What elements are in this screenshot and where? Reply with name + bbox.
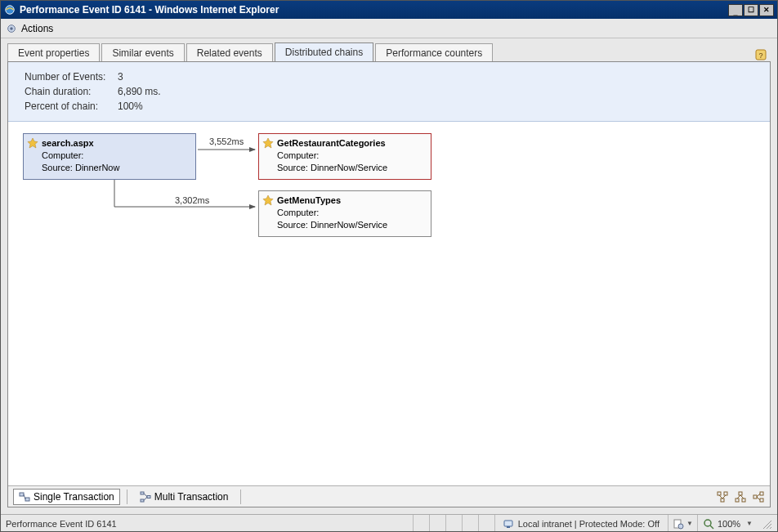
node-computer-row: Computer: [42, 150, 190, 162]
svg-rect-24 [736, 498, 739, 502]
svg-line-38 [710, 525, 713, 529]
svg-line-12 [24, 494, 25, 499]
node-source-row: Source: DinnerNow/Service [277, 162, 426, 174]
summary-chain-duration-value: 6,890 ms. [113, 85, 166, 98]
help-icon[interactable]: ? [754, 48, 767, 61]
zoom-control[interactable]: 100% ▼ [697, 515, 758, 532]
status-cell [429, 515, 445, 532]
tab-bar: Event properties Similar events Related … [1, 38, 777, 61]
close-button[interactable]: ✕ [759, 4, 774, 16]
status-cell [462, 515, 478, 532]
svg-rect-25 [742, 498, 745, 502]
chain-canvas[interactable]: 3,552ms 3,302ms search.aspx Computer: So… [8, 122, 770, 481]
status-text: Performance Event ID 6141 [6, 519, 413, 529]
edge-duration-0: 3,552ms [209, 136, 244, 146]
multi-transaction-icon [140, 491, 151, 503]
summary-percent-value: 100% [113, 100, 166, 113]
chain-summary: Number of Events: 3 Chain duration: 6,89… [8, 62, 770, 122]
svg-line-21 [719, 495, 722, 498]
svg-rect-20 [721, 498, 724, 502]
security-zone[interactable]: Local intranet | Protected Mode: Off [494, 515, 668, 532]
svg-rect-23 [739, 492, 742, 495]
node-computer-row: Computer: [277, 207, 426, 219]
svg-line-41 [770, 527, 771, 529]
svg-rect-10 [20, 493, 24, 496]
tab-event-properties[interactable]: Event properties [7, 43, 100, 62]
svg-marker-9 [263, 195, 273, 205]
chevron-down-icon: ▼ [746, 520, 753, 527]
chain-node-categories[interactable]: GetRestaurantCategories Computer: Source… [258, 133, 431, 180]
chevron-down-icon: ▼ [686, 520, 693, 527]
ie-icon [4, 4, 16, 16]
svg-point-36 [678, 524, 683, 529]
maximize-button[interactable]: ☐ [744, 4, 758, 16]
svg-line-16 [144, 493, 147, 497]
status-bar: Performance Event ID 6141 Local intranet… [1, 514, 777, 532]
svg-rect-11 [25, 498, 29, 501]
gear-icon [6, 23, 17, 34]
svg-rect-13 [141, 492, 144, 494]
tab-panel-distributed-chains: Number of Events: 3 Chain duration: 6,89… [7, 61, 771, 507]
minimize-button[interactable]: _ [728, 4, 743, 16]
summary-percent-label: Percent of chain: [20, 100, 111, 113]
node-source-row: Source: DinnerNow [42, 162, 190, 174]
single-transaction-button[interactable]: Single Transaction [13, 489, 120, 505]
chain-node-root[interactable]: search.aspx Computer: Source: DinnerNow [23, 133, 196, 180]
single-transaction-icon [19, 491, 30, 503]
svg-line-26 [737, 495, 740, 498]
page-settings-icon [673, 518, 684, 530]
svg-text:?: ? [758, 51, 762, 60]
tab-related-events[interactable]: Related events [186, 43, 273, 62]
tree-layout-icon[interactable] [752, 490, 765, 503]
node-title: GetRestaurantCategories [277, 137, 426, 150]
svg-line-31 [757, 494, 760, 497]
status-cell [413, 515, 429, 532]
view-toolbar: Single Transaction Multi Transaction [8, 485, 770, 507]
window-title: Performance Event ID 6141 - Windows Inte… [20, 4, 727, 16]
svg-marker-8 [263, 138, 273, 148]
multi-transaction-button[interactable]: Multi Transaction [134, 489, 235, 505]
tab-distributed-chains[interactable]: Distributed chains [275, 42, 373, 61]
svg-rect-15 [147, 495, 150, 498]
svg-rect-30 [760, 498, 763, 502]
svg-point-37 [704, 520, 711, 526]
node-source-row: Source: DinnerNow/Service [277, 219, 426, 231]
svg-rect-34 [507, 526, 510, 528]
separator [127, 490, 127, 504]
summary-num-events-value: 3 [113, 70, 166, 83]
status-cell [478, 515, 494, 532]
svg-rect-28 [753, 495, 757, 498]
svg-line-32 [757, 497, 760, 500]
resize-grip-icon[interactable] [761, 518, 772, 530]
zoom-icon [703, 518, 714, 530]
summary-chain-duration-label: Chain duration: [20, 85, 111, 98]
computer-zone-icon [503, 518, 515, 530]
svg-marker-7 [28, 138, 38, 148]
svg-rect-14 [141, 499, 144, 502]
event-icon [27, 137, 38, 149]
svg-line-17 [144, 497, 147, 501]
svg-point-2 [10, 27, 13, 30]
actions-label[interactable]: Actions [21, 23, 53, 34]
node-title: GetMenuTypes [277, 194, 426, 207]
event-icon [262, 194, 274, 206]
svg-line-22 [722, 495, 726, 498]
summary-num-events-label: Number of Events: [20, 70, 111, 83]
window-titlebar: Performance Event ID 6141 - Windows Inte… [1, 1, 777, 19]
svg-rect-29 [760, 492, 763, 495]
status-settings-button[interactable]: ▼ [668, 515, 697, 532]
svg-line-27 [740, 495, 744, 498]
chain-node-menu[interactable]: GetMenuTypes Computer: Source: DinnerNow… [258, 190, 431, 237]
separator [240, 490, 241, 504]
status-cell [445, 515, 462, 532]
tab-performance-counters[interactable]: Performance counters [375, 43, 493, 62]
svg-rect-33 [504, 521, 512, 526]
node-computer-row: Computer: [277, 150, 426, 162]
tree-collapse-icon[interactable] [734, 490, 747, 503]
svg-rect-18 [718, 492, 721, 495]
edge-duration-1: 3,302ms [175, 195, 209, 205]
svg-rect-19 [724, 492, 727, 495]
tree-expand-icon[interactable] [716, 490, 729, 503]
tab-similar-events[interactable]: Similar events [101, 43, 184, 62]
actions-toolbar: Actions [1, 19, 777, 38]
